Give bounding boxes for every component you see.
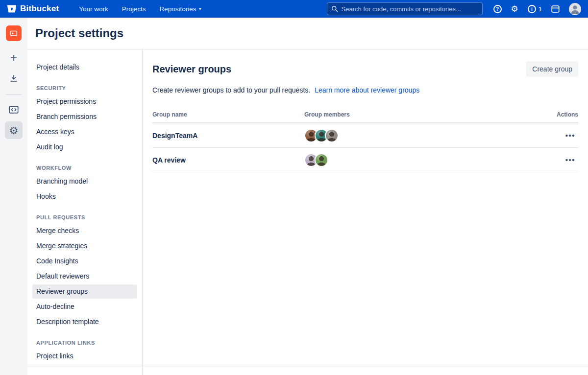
reviewer-groups-table: Group name Group members Actions DesignT… <box>152 108 578 172</box>
page-header: Project settings <box>27 18 588 49</box>
settings-nav-item[interactable]: Project links <box>32 349 137 363</box>
settings-nav-item[interactable]: Hooks <box>32 189 137 204</box>
settings-nav-item[interactable]: Merge strategies <box>32 239 137 253</box>
settings-nav-item[interactable]: Description template <box>32 315 137 329</box>
nav-section-title: SECURITY <box>36 85 133 91</box>
member-avatar <box>315 153 328 167</box>
nav-section-title: WORKFLOW <box>36 165 133 171</box>
more-actions-icon[interactable]: ••• <box>565 131 575 140</box>
nav-section-title: APPLICATION LINKS <box>36 340 133 346</box>
row-actions: ••• <box>539 156 578 164</box>
description-text: Create reviewer groups to add to your pu… <box>152 86 310 94</box>
group-members <box>304 153 539 167</box>
download-icon <box>9 73 19 83</box>
top-nav: Your workProjectsRepositories▾ <box>74 3 206 15</box>
settings-nav-item[interactable]: Access keys <box>32 125 137 139</box>
nav-section-title: PULL REQUESTS <box>36 214 133 220</box>
table-row: DesignTeamA••• <box>152 123 578 148</box>
source-code-button[interactable] <box>5 101 23 118</box>
settings-nav-item[interactable]: Reviewer groups <box>32 284 137 299</box>
top-app-bar: Bitbucket Your workProjectsRepositories▾… <box>0 0 588 18</box>
help-icon[interactable]: ? <box>493 5 502 13</box>
table-row: QA review••• <box>152 148 578 172</box>
plus-icon: + <box>10 52 17 64</box>
bitbucket-logo-icon <box>7 4 17 14</box>
page-bottom-divider <box>27 367 588 367</box>
settings-nav-item[interactable]: Project details <box>32 60 137 74</box>
settings-nav-item[interactable]: Default reviewers <box>32 269 137 283</box>
settings-nav-item[interactable]: Project permissions <box>32 94 137 109</box>
notification-count: 1 <box>539 5 542 13</box>
panel-description: Create reviewer groups to add to your pu… <box>152 86 578 94</box>
column-header-group-name: Group name <box>152 111 304 118</box>
top-nav-item[interactable]: Your work <box>74 3 114 15</box>
group-members <box>304 129 539 142</box>
left-icon-rail: + ⚙ <box>0 18 27 375</box>
settings-nav-item[interactable]: Code Insights <box>32 254 137 268</box>
table-header-row: Group name Group members Actions <box>152 108 578 123</box>
reviewer-groups-panel: Reviewer groups Create group Create revi… <box>143 49 588 375</box>
column-header-group-members: Group members <box>304 111 539 118</box>
panel-header: Reviewer groups Create group <box>152 61 578 77</box>
settings-nav-item[interactable]: Branch permissions <box>32 110 137 124</box>
settings-nav-item[interactable]: Auto-decline <box>32 300 137 314</box>
global-search[interactable] <box>327 2 483 15</box>
gear-icon[interactable]: ⚙ <box>511 5 518 13</box>
rail-divider <box>6 94 22 95</box>
column-header-actions: Actions <box>539 111 578 118</box>
notifications-icon[interactable]: i 1 <box>528 5 542 13</box>
top-nav-item[interactable]: Repositories▾ <box>154 3 207 15</box>
info-icon: i <box>528 5 536 13</box>
user-avatar[interactable] <box>569 3 581 15</box>
app-switcher-icon[interactable] <box>551 5 560 13</box>
top-icons: ? ⚙ i 1 <box>493 3 581 15</box>
project-avatar[interactable] <box>6 25 22 41</box>
settings-nav-item[interactable]: Merge checks <box>32 224 137 238</box>
clone-download-button[interactable] <box>5 70 23 87</box>
brand-name: Bitbucket <box>20 4 59 14</box>
settings-gear-icon: ⚙ <box>9 125 19 136</box>
bitbucket-logo[interactable]: Bitbucket <box>7 4 59 14</box>
row-actions: ••• <box>539 131 578 140</box>
content-area: Project detailsSECURITYProject permissio… <box>27 49 588 375</box>
group-name: DesignTeamA <box>152 132 304 140</box>
settings-nav-item[interactable]: Audit log <box>32 140 137 154</box>
settings-nav-item[interactable]: Branching model <box>32 174 137 188</box>
page-title: Project settings <box>35 26 123 40</box>
table-body: DesignTeamA•••QA review••• <box>152 123 578 172</box>
member-avatar <box>325 129 339 142</box>
chevron-down-icon: ▾ <box>199 6 201 11</box>
page-column: Project settings Project detailsSECURITY… <box>27 18 588 375</box>
settings-nav: Project detailsSECURITYProject permissio… <box>27 49 143 375</box>
search-icon <box>331 5 338 12</box>
group-name: QA review <box>152 156 304 164</box>
create-button[interactable]: + <box>5 49 23 67</box>
create-group-button[interactable]: Create group <box>526 61 578 77</box>
settings-rail-button[interactable]: ⚙ <box>5 121 23 139</box>
app-frame: + ⚙ Project settings <box>0 18 588 375</box>
more-actions-icon[interactable]: ••• <box>565 156 575 164</box>
search-input[interactable] <box>342 5 478 13</box>
top-nav-item[interactable]: Projects <box>117 3 151 15</box>
panel-title: Reviewer groups <box>152 64 231 75</box>
code-icon <box>8 104 19 115</box>
learn-more-link[interactable]: Learn more about reviewer groups <box>315 86 419 94</box>
